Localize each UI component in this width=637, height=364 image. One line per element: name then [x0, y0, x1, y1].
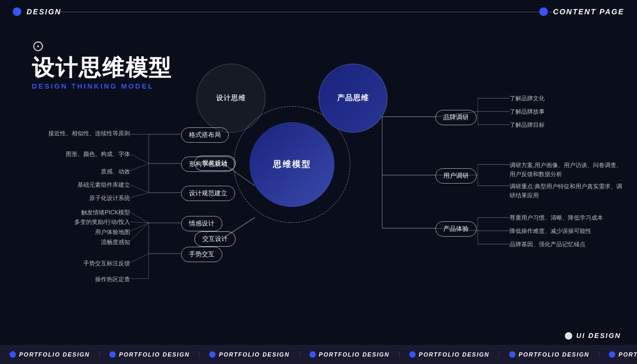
header-right: CONTENT PAGE: [539, 7, 624, 16]
bottom-dot-1: [10, 351, 16, 358]
svg-line-18: [130, 223, 149, 241]
left-qinggan-4: 流畅度感知: [101, 238, 130, 246]
right-yonghu-1: 调研方案,用户画像、用户访谈、问卷调查、用户反馈和数据分析: [510, 161, 626, 178]
bottom-text-6: PORTFOLIO DESIGN: [519, 351, 589, 358]
header: DESIGN CONTENT PAGE: [0, 0, 637, 23]
bottom-dot-3: [209, 351, 216, 358]
left-shoudao-1: 手势交互标注反馈: [83, 259, 130, 267]
bottom-text-5: PORTFOLIO DESIGN: [419, 351, 489, 358]
right-yonghu-2: 调研重点:典型用户特征和用户真实需求、调研结果应用: [510, 182, 626, 200]
title-en: DESIGN THINKING MODEL: [32, 82, 172, 90]
left-geshipai-1: 接近性、相似性、连续性等原则: [48, 129, 130, 137]
header-right-title: CONTENT PAGE: [553, 7, 624, 16]
bottom-item-1: PORTFOLIO DESIGN: [0, 351, 100, 358]
node-jiaohu-sub1: 情感设计: [181, 216, 222, 231]
bottom-dot-7: [609, 351, 615, 358]
circle-sixin: 思维模型: [249, 122, 334, 207]
svg-line-12: [130, 163, 149, 171]
node-shijue: 视觉设计: [194, 155, 236, 171]
bottom-dot-5: [409, 351, 416, 358]
left-xingtu-2: 质感、动效: [101, 168, 130, 176]
svg-line-15: [130, 212, 149, 223]
bottom-dot-4: [309, 351, 316, 358]
header-right-dot: [539, 7, 548, 16]
right-chanpin-2: 降低操作难度、减少误操可能性: [510, 227, 591, 235]
bottom-dot-2: [109, 351, 116, 358]
node-shijue-sub1: 格式搭布局: [181, 127, 229, 143]
bottom-text-1: PORTFOLIO DESIGN: [19, 351, 90, 358]
bottom-item-2: PORTFOLIO DESIGN: [100, 351, 200, 358]
bottom-text-2: PORTFOLIO DESIGN: [119, 351, 190, 358]
footer-right: UI DESIGN: [565, 332, 621, 340]
svg-line-11: [130, 154, 149, 163]
left-shoudao-2: 操作热区定查: [95, 275, 130, 283]
main-title-area: ⊙ 设计思维模型 DESIGN THINKING MODEL: [32, 37, 172, 90]
bottom-item-5: PORTFOLIO DESIGN: [400, 351, 500, 358]
header-left-title: DESIGN: [27, 7, 62, 16]
left-qinggan-1: 触发情绪PICK模型: [81, 209, 130, 216]
title-zh: 设计思维模型: [32, 57, 172, 79]
bottom-item-4: PORTFOLIO DESIGN: [300, 351, 400, 358]
bottom-bar: PORTFOLIO DESIGN PORTFOLIO DESIGN PORTFO…: [0, 345, 637, 364]
node-pinpai: 品牌调研: [435, 110, 477, 125]
left-guifan-1: 基础元素组件库建立: [78, 181, 130, 189]
svg-line-13: [130, 185, 149, 193]
bottom-item-3: PORTFOLIO DESIGN: [200, 351, 299, 358]
right-chanpin-3: 品牌基因、强化产品记忆锚点: [510, 240, 586, 248]
footer-dot: [565, 332, 572, 340]
node-yonghu: 用户调研: [435, 168, 477, 184]
bottom-item-7: PORTFOLIO DESIGN: [599, 351, 637, 358]
bottom-text-7: PORTFOLIO DESIGN: [618, 351, 637, 358]
svg-line-17: [130, 223, 149, 231]
right-pinpai-3: 了解品牌目标: [510, 121, 545, 129]
left-guifan-2: 原子化设计系统: [89, 194, 130, 202]
right-pinpai-1: 了解品牌文化: [510, 94, 545, 102]
node-chanpintiy: 产品体验: [435, 221, 477, 237]
svg-line-19: [130, 254, 149, 263]
left-qinggan-3: 用户体验地图: [95, 228, 130, 236]
node-jiaohu: 交互设计: [194, 231, 236, 247]
header-left: DESIGN: [13, 7, 62, 16]
bottom-item-6: PORTFOLIO DESIGN: [500, 351, 599, 358]
right-pinpai-2: 了解品牌故事: [510, 108, 545, 116]
title-icon: ⊙: [32, 37, 172, 55]
svg-line-14: [130, 193, 149, 198]
left-qinggan-2: 多变的奖励/行动/投入: [74, 218, 130, 226]
svg-line-16: [130, 222, 149, 223]
right-chanpin-1: 尊重用户习惯、清晰、降低学习成本: [510, 214, 603, 222]
bottom-dot-6: [509, 351, 515, 358]
circle-chanpin: 产品思维: [318, 64, 388, 133]
left-xingtu-1: 图形、颜色、构成、字体: [66, 150, 130, 158]
bottom-text-3: PORTFOLIO DESIGN: [219, 351, 289, 358]
circle-sheji: 设计思维: [196, 64, 265, 133]
footer-label: UI DESIGN: [576, 332, 621, 340]
node-jiaohu-sub2: 手势交互: [181, 247, 222, 262]
header-left-dot: [13, 7, 21, 16]
node-shijue-sub3: 设计规范建立: [181, 186, 235, 201]
bottom-text-4: PORTFOLIO DESIGN: [319, 351, 390, 358]
